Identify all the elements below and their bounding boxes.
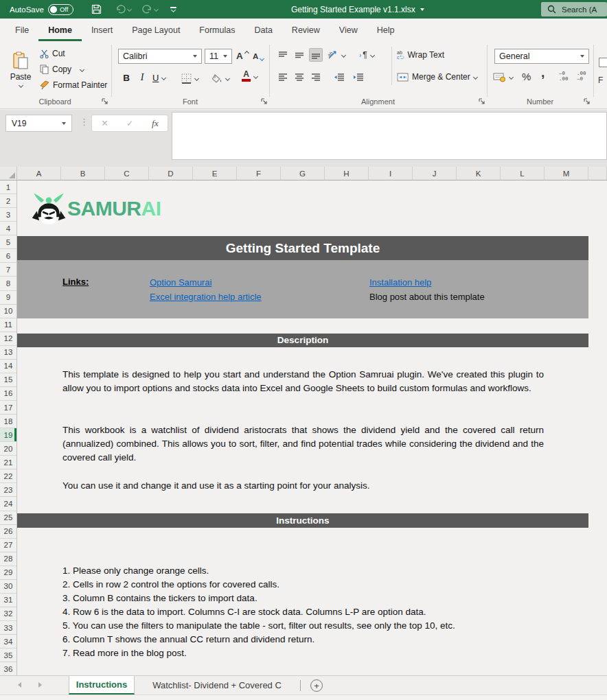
row-header[interactable]: 16 [0, 387, 16, 401]
autosave-toggle[interactable]: AutoSave Off [10, 4, 73, 15]
font-family-select[interactable]: Calibri [118, 49, 202, 64]
name-box[interactable]: V19 [5, 115, 72, 132]
tab-page-layout[interactable]: Page Layout [122, 19, 190, 41]
row-header[interactable]: 6 [0, 249, 16, 263]
bold-button[interactable]: B [121, 71, 132, 84]
tab-insert[interactable]: Insert [82, 19, 122, 41]
undo-button[interactable] [115, 5, 131, 14]
document-title[interactable]: Getting Started Example v1.1.xlsx [291, 0, 424, 19]
top-align-button[interactable] [276, 48, 290, 62]
alignment-dialog-launcher-icon[interactable] [479, 98, 485, 105]
row-header[interactable]: 17 [0, 401, 16, 415]
column-header-partial[interactable] [588, 167, 607, 180]
redo-button[interactable] [142, 5, 158, 14]
font-color-button[interactable]: A [242, 69, 257, 83]
row-header[interactable]: 31 [0, 594, 16, 607]
sheet-tab-instructions[interactable]: Instructions [69, 676, 135, 695]
orientation-button[interactable]: ab [328, 48, 345, 62]
link-option-samurai[interactable]: Option Samurai [150, 277, 211, 288]
decrease-indent-button[interactable] [332, 70, 346, 84]
tab-formulas[interactable]: Formulas [190, 19, 244, 41]
column-header[interactable]: A [17, 167, 61, 180]
paste-dropdown-icon[interactable] [18, 83, 23, 88]
column-header[interactable]: J [413, 167, 457, 180]
select-all-corner[interactable] [0, 167, 17, 180]
insert-function-button[interactable]: fx [152, 118, 159, 129]
column-header[interactable]: I [369, 167, 413, 180]
row-header[interactable]: 21 [0, 456, 16, 469]
accounting-format-button[interactable] [493, 70, 513, 84]
conditional-formatting-icon-partial[interactable] [599, 58, 607, 67]
row-header[interactable]: 13 [0, 346, 16, 360]
underline-dropdown-icon[interactable] [161, 75, 166, 80]
row-header[interactable]: 14 [0, 360, 16, 373]
row-header[interactable]: 4 [0, 222, 16, 235]
sheet-nav-left-icon[interactable] [18, 682, 21, 688]
fill-color-dropdown-icon[interactable] [225, 75, 230, 80]
new-sheet-button[interactable]: + [310, 679, 323, 692]
row-header[interactable]: 33 [0, 621, 16, 635]
row-header[interactable]: 29 [0, 566, 16, 580]
row-header[interactable]: 23 [0, 483, 16, 497]
row-header[interactable]: 35 [0, 649, 16, 662]
column-header[interactable]: G [281, 167, 325, 180]
bottom-align-button[interactable] [309, 48, 323, 62]
row-header[interactable]: 2 [0, 194, 16, 208]
autosave-pill[interactable]: Off [48, 4, 74, 15]
increase-decimal-button[interactable]: ←0.00 [559, 69, 569, 83]
row-header[interactable]: 24 [0, 497, 16, 511]
column-header[interactable]: L [501, 167, 545, 180]
paste-button[interactable]: Paste [5, 44, 36, 95]
number-dialog-launcher-icon[interactable] [584, 98, 591, 105]
column-header[interactable]: K [457, 167, 501, 180]
name-box-dropdown-icon[interactable] [62, 122, 66, 125]
wrap-text-button[interactable]: abc⮌ Wrap Text [397, 48, 444, 62]
column-header[interactable]: E [193, 167, 237, 180]
merge-center-dropdown-icon[interactable] [473, 74, 478, 79]
customize-quick-access-icon[interactable] [170, 7, 176, 12]
enter-button[interactable]: ✓ [126, 118, 133, 128]
row-header[interactable]: 18 [0, 415, 16, 428]
row-header[interactable]: 5 [0, 235, 16, 249]
row-header[interactable]: 9 [0, 291, 16, 305]
save-icon[interactable] [91, 4, 102, 14]
tab-review[interactable]: Review [282, 19, 330, 41]
copy-button[interactable]: Copy [40, 62, 84, 76]
row-header[interactable]: 15 [0, 373, 16, 387]
row-header[interactable]: 30 [0, 580, 16, 594]
row-header[interactable]: 10 [0, 305, 16, 318]
decrease-decimal-button[interactable]: .00→0 [577, 69, 586, 83]
italic-button[interactable]: I [137, 71, 147, 84]
underline-button[interactable]: U [152, 71, 165, 84]
column-header[interactable]: D [149, 167, 193, 180]
redo-dropdown-icon[interactable] [154, 7, 159, 12]
tab-home[interactable]: Home [38, 19, 82, 41]
fill-color-button[interactable] [211, 71, 229, 85]
align-center-button[interactable] [293, 70, 306, 84]
column-header[interactable]: B [61, 167, 105, 180]
increase-font-size-button[interactable]: A [236, 49, 249, 62]
tab-help[interactable]: Help [367, 19, 404, 41]
column-header[interactable]: H [325, 167, 369, 180]
column-header[interactable]: C [105, 167, 149, 180]
formula-input[interactable] [172, 112, 607, 160]
orientation-dropdown-icon[interactable] [341, 52, 346, 57]
format-painter-button[interactable]: Format Painter [40, 78, 107, 92]
formula-bar-grip[interactable]: ⋮ [80, 117, 89, 127]
row-header[interactable]: 12 [0, 332, 16, 346]
row-header[interactable]: 36 [0, 662, 16, 676]
accounting-dropdown-icon[interactable] [509, 74, 514, 79]
font-dialog-launcher-icon[interactable] [261, 98, 268, 105]
row-header[interactable]: 8 [0, 277, 16, 290]
row-header[interactable]: 27 [0, 539, 16, 552]
row-header[interactable]: 20 [0, 442, 16, 456]
sheet-tab-watchlist[interactable]: Watchlist- Dividend + Covered C [135, 676, 299, 695]
percent-style-button[interactable]: % [522, 69, 531, 83]
tab-view[interactable]: View [330, 19, 367, 41]
row-header[interactable]: 28 [0, 552, 16, 566]
decrease-font-size-button[interactable]: A [253, 49, 264, 63]
row-header[interactable]: 26 [0, 525, 16, 539]
align-right-button[interactable] [309, 70, 323, 84]
increase-indent-button[interactable] [352, 70, 365, 84]
merge-center-button[interactable]: Merge & Center [397, 70, 477, 84]
